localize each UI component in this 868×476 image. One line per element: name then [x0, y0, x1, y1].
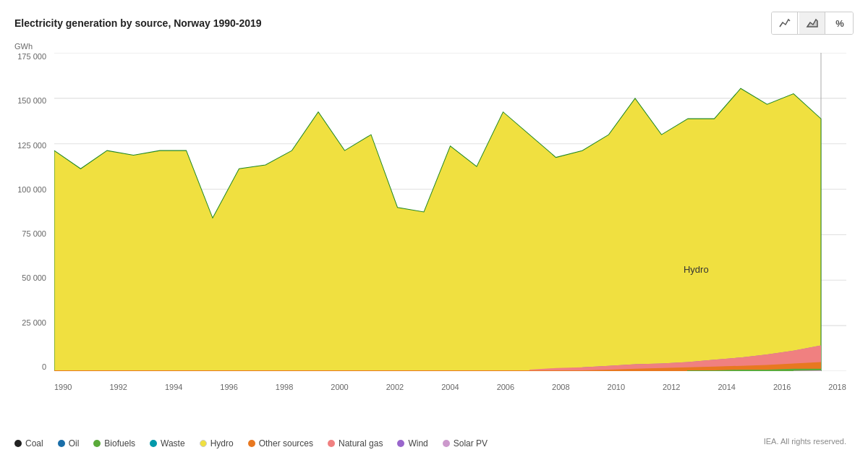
hydro-label: Hydro [210, 438, 234, 449]
x-axis-ticks: 1990 1992 1994 1996 1998 2000 2002 2004 … [54, 383, 846, 391]
waste-label: Waste [161, 438, 185, 449]
x-tick-1992: 1992 [109, 383, 127, 391]
legend-item-coal: Coal [14, 438, 43, 449]
solar-pv-dot [443, 440, 450, 447]
natural-gas-dot [328, 440, 335, 447]
x-tick-2000: 2000 [331, 383, 348, 391]
legend-item-natural-gas: Natural gas [328, 438, 383, 449]
header-row: Electricity generation by source, Norway… [0, 0, 868, 35]
y-tick-175: 175 000 [14, 53, 51, 61]
y-tick-125: 125 000 [14, 142, 51, 150]
page-container: Electricity generation by source, Norway… [0, 0, 868, 476]
legend-item-biofuels: Biofuels [93, 438, 135, 449]
biofuels-label: Biofuels [104, 438, 135, 449]
x-tick-1994: 1994 [165, 383, 182, 391]
area-chart-icon [806, 17, 819, 30]
legend-item-hydro: Hydro [200, 438, 234, 449]
oil-label: Oil [69, 438, 80, 449]
chart-title: Electricity generation by source, Norway… [14, 17, 262, 29]
wind-label: Wind [408, 438, 427, 449]
x-tick-2008: 2008 [552, 383, 569, 391]
x-tick-2012: 2012 [663, 383, 680, 391]
x-tick-2016: 2016 [773, 383, 791, 391]
footer-credit: IEA. All rights reserved. [764, 437, 846, 446]
percent-icon: % [835, 18, 844, 29]
solar-pv-label: Solar PV [454, 438, 488, 449]
coal-dot [14, 440, 22, 447]
chart-inner: 0 25 000 50 000 75 000 100 000 125 000 1… [54, 53, 846, 371]
other-sources-label: Other sources [259, 438, 313, 449]
area-chart-btn[interactable] [799, 12, 825, 34]
chart-area: GWh 0 25 000 50 000 75 000 100 000 125 0… [14, 42, 854, 396]
hydro-area [54, 88, 821, 371]
other-sources-dot [248, 440, 255, 447]
legend-item-wind: Wind [397, 438, 427, 449]
x-tick-1998: 1998 [276, 383, 293, 391]
chart-svg: Hydro [54, 53, 846, 371]
x-tick-2004: 2004 [441, 383, 459, 391]
legend-item-waste: Waste [150, 438, 185, 449]
legend-item-other-sources: Other sources [248, 438, 313, 449]
y-tick-150: 150 000 [14, 97, 51, 105]
y-axis-ticks: 0 25 000 50 000 75 000 100 000 125 000 1… [14, 53, 51, 371]
y-tick-50: 50 000 [14, 274, 51, 282]
wind-dot [397, 440, 404, 447]
legend-item-solar-pv: Solar PV [443, 438, 488, 449]
svg-marker-0 [807, 20, 817, 27]
biofuels-dot [93, 440, 101, 447]
y-tick-75: 75 000 [14, 230, 51, 238]
x-tick-2018: 2018 [828, 383, 846, 391]
x-tick-2002: 2002 [386, 383, 404, 391]
waste-dot [150, 440, 157, 447]
percent-btn[interactable]: % [827, 12, 853, 34]
coal-label: Coal [25, 438, 43, 449]
toolbar: % [771, 12, 854, 35]
x-tick-1996: 1996 [220, 383, 237, 391]
y-axis-label: GWh [14, 42, 33, 51]
y-tick-25: 25 000 [14, 319, 51, 327]
x-tick-2010: 2010 [608, 383, 625, 391]
y-tick-100: 100 000 [14, 186, 51, 194]
y-tick-0: 0 [14, 363, 51, 371]
line-chart-icon [778, 17, 791, 30]
hydro-dot [200, 440, 207, 447]
x-tick-1990: 1990 [54, 383, 72, 391]
line-chart-btn[interactable] [772, 12, 798, 34]
x-tick-2006: 2006 [497, 383, 514, 391]
hydro-annotation: Hydro [684, 264, 709, 275]
legend-item-oil: Oil [58, 438, 80, 449]
x-tick-2014: 2014 [718, 383, 735, 391]
natural-gas-label: Natural gas [339, 438, 383, 449]
legend: Coal Oil Biofuels Waste Hydro Other sour… [0, 433, 868, 454]
oil-dot [58, 440, 65, 447]
